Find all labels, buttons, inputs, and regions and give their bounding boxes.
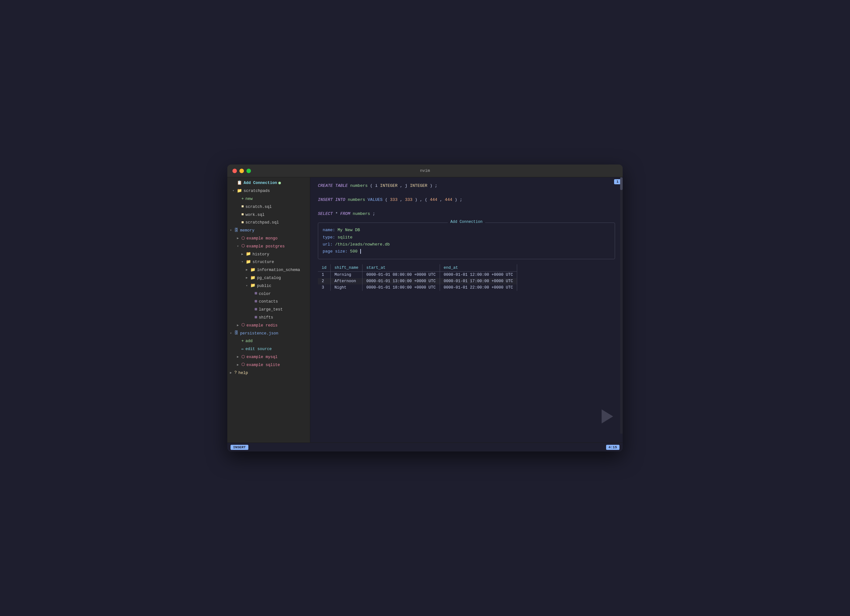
sidebar-item-add[interactable]: + add xyxy=(227,337,310,345)
window: nvim 📋 Add Connection ▾ 📁 scratchpads + … xyxy=(227,164,623,452)
code-line-1: CREATE TABLE numbers ( i INTEGER , j INT… xyxy=(318,182,615,189)
file-icon: ■ xyxy=(241,203,244,210)
dialog-content[interactable]: name: My New DB type: sqlite url: /this/… xyxy=(318,223,615,259)
chevron-down-icon: ▾ xyxy=(230,228,234,233)
cell-start-at: 0000-01-01 18:00:00 +0000 UTC xyxy=(362,284,440,291)
file-icon: ■ xyxy=(241,211,244,218)
minimize-button[interactable] xyxy=(239,169,244,173)
table-icon: ⊞ xyxy=(255,314,257,321)
db-icon: 🗄 xyxy=(234,227,238,234)
scrollbar-track[interactable] xyxy=(620,177,623,434)
db-icon: ⬡ xyxy=(241,362,245,368)
chevron-right-icon: ▶ xyxy=(230,371,234,375)
editor-area[interactable]: CREATE TABLE numbers ( i INTEGER , j INT… xyxy=(310,177,623,223)
chevron-right-icon: ▶ xyxy=(237,363,241,368)
new-label: new xyxy=(245,196,253,202)
sidebar-item-scratch-sql[interactable]: ■ scratch.sql xyxy=(227,203,310,211)
maximize-button[interactable] xyxy=(247,169,251,173)
code-line-4 xyxy=(318,203,615,211)
mysql-label: example mysql xyxy=(247,354,278,360)
add-icon: + xyxy=(241,196,244,202)
sidebar-item-shifts[interactable]: ⊞ shifts xyxy=(227,314,310,322)
folder-icon: 📁 xyxy=(237,188,242,194)
folder-icon: 📁 xyxy=(250,275,255,281)
cell-end-at: 0000-01-01 17:00:00 +0000 UTC xyxy=(440,278,517,284)
cell-shift-name: Night xyxy=(331,284,362,291)
play-icon xyxy=(602,410,613,423)
chevron-right-icon: ▶ xyxy=(246,268,250,273)
chevron-right-icon: ▶ xyxy=(237,354,241,360)
add-connection-dialog: Add Connection name: My New DB type: sql… xyxy=(318,223,615,259)
folder-icon: 📁 xyxy=(250,267,255,274)
edit-source-label: edit source xyxy=(245,346,272,352)
result-area: id shift_name start_at end_at 1 Morning … xyxy=(318,264,615,291)
sidebar-item-work-sql[interactable]: ■ work.sql xyxy=(227,211,310,219)
sidebar-item-pg-catalog[interactable]: ▶ 📁 pg_catalog xyxy=(227,274,310,282)
cell-id: 3 xyxy=(318,284,331,291)
scrollbar-thumb[interactable] xyxy=(620,177,623,190)
sidebar[interactable]: 📋 Add Connection ▾ 📁 scratchpads + new ■… xyxy=(227,177,310,443)
add-icon: + xyxy=(241,338,244,345)
sidebar-item-information-schema[interactable]: ▶ 📁 information_schema xyxy=(227,266,310,274)
sidebar-item-help[interactable]: ▶ ? help xyxy=(227,369,310,377)
cell-id: 1 xyxy=(318,271,331,278)
sidebar-item-color[interactable]: ⊞ color xyxy=(227,290,310,298)
sidebar-item-example-mysql[interactable]: ▶ ⬡ example mysql xyxy=(227,353,310,361)
edit-icon: ✏ xyxy=(241,346,244,353)
sidebar-item-scratchpad-sql[interactable]: ■ scratchpad.sql xyxy=(227,219,310,227)
sidebar-item-example-redis[interactable]: ▶ ⬡ example redis xyxy=(227,321,310,329)
chevron-down-icon: ▾ xyxy=(232,188,237,194)
cell-end-at: 0000-01-01 22:00:00 +0000 UTC xyxy=(440,284,517,291)
sidebar-item-new[interactable]: + new xyxy=(227,195,310,203)
active-dot xyxy=(278,182,281,184)
shifts-label: shifts xyxy=(259,314,273,321)
cell-id: 2 xyxy=(318,278,331,284)
field-name: name: My New DB xyxy=(323,227,610,234)
folder-icon: 📁 xyxy=(246,251,251,258)
public-label: public xyxy=(257,283,271,289)
sidebar-item-example-postgres[interactable]: ▾ ⬡ example postgres xyxy=(227,242,310,250)
sidebar-item-large-test[interactable]: ⊞ large_test xyxy=(227,306,310,314)
file-icon: ■ xyxy=(241,219,244,226)
close-button[interactable] xyxy=(232,169,237,173)
sidebar-item-public[interactable]: ▾ 📁 public xyxy=(227,282,310,290)
chevron-right-icon: ▶ xyxy=(246,275,250,281)
table-icon: ⊞ xyxy=(255,307,257,313)
sidebar-item-memory[interactable]: ▾ 🗄 memory xyxy=(227,227,310,235)
cell-end-at: 0000-01-01 12:00:00 +0000 UTC xyxy=(440,271,517,278)
traffic-lights xyxy=(232,169,251,173)
code-line-5: SELECT * FROM numbers ; xyxy=(318,211,615,217)
contacts-label: contacts xyxy=(259,298,278,305)
table-row: 3 Night 0000-01-01 18:00:00 +0000 UTC 00… xyxy=(318,284,517,291)
history-label: history xyxy=(253,251,269,258)
field-page-size: page size: 500 xyxy=(323,248,610,255)
sidebar-item-history[interactable]: ▶ 📁 history xyxy=(227,250,310,258)
folder-icon: 📁 xyxy=(246,259,251,266)
code-line-3: INSERT INTO numbers VALUES ( 333 , 333 )… xyxy=(318,196,615,203)
cell-shift-name: Afternoon xyxy=(331,278,362,284)
col-shift-name: shift_name xyxy=(331,264,362,272)
main-area: 📋 Add Connection ▾ 📁 scratchpads + new ■… xyxy=(227,177,623,443)
cell-shift-name: Morning xyxy=(331,271,362,278)
chevron-down-icon: ▾ xyxy=(230,331,234,336)
table-icon: ⊞ xyxy=(255,290,257,297)
dialog-title: Add Connection xyxy=(448,220,485,224)
help-icon: ? xyxy=(234,369,237,376)
sidebar-item-example-sqlite[interactable]: ▶ ⬡ example sqlite xyxy=(227,361,310,369)
db-icon: ⬡ xyxy=(241,322,245,329)
field-url: url: /this/leads/nowhere.db xyxy=(323,241,610,248)
sidebar-item-persistence-json[interactable]: ▾ 🗄 persistence.json xyxy=(227,329,310,337)
chevron-right-icon: ▶ xyxy=(237,323,241,328)
sidebar-item-scratchpads[interactable]: ▾ 📁 scratchpads xyxy=(227,187,310,195)
chevron-down-icon: ▾ xyxy=(246,283,250,289)
corner-badge: 1 xyxy=(614,179,621,184)
sidebar-item-edit-source[interactable]: ✏ edit source xyxy=(227,345,310,353)
sidebar-item-contacts[interactable]: ⊞ contacts xyxy=(227,298,310,306)
sidebar-item-add-connection[interactable]: 📋 Add Connection xyxy=(227,179,310,187)
add-label: add xyxy=(245,338,253,344)
mode-badge: INSERT xyxy=(230,445,248,450)
content-area: 1 CREATE TABLE numbers ( i INTEGER , j I… xyxy=(310,177,623,443)
sidebar-item-example-mongo[interactable]: ▶ ⬡ example mongo xyxy=(227,235,310,243)
sidebar-item-structure[interactable]: ▾ 📁 structure xyxy=(227,258,310,266)
folder-icon: 📁 xyxy=(250,283,255,289)
